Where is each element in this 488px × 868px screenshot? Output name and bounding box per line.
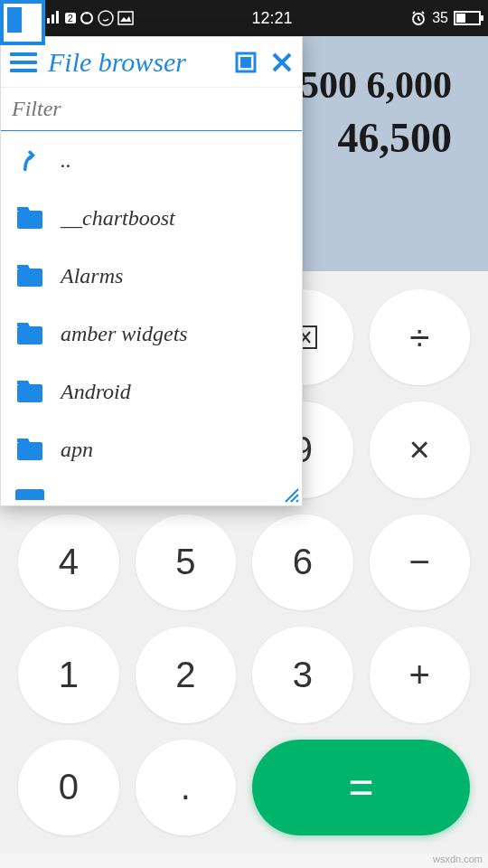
svg-rect-10: [17, 442, 42, 460]
key-equals[interactable]: =: [252, 740, 470, 835]
file-item-folder[interactable]: apn: [1, 420, 302, 478]
up-arrow-icon: [15, 147, 44, 173]
status-time: 12:21: [134, 9, 410, 28]
file-list: .. __chartboost Alarms amber widgets And…: [1, 131, 302, 478]
signal-icon-2: [45, 11, 61, 25]
sync-icon: [80, 11, 94, 25]
folder-icon: [15, 321, 44, 346]
app-overlay-icon: [0, 0, 45, 45]
file-browser-title: File browser: [48, 47, 235, 78]
key-6[interactable]: 6: [252, 514, 353, 610]
file-item-up[interactable]: ..: [1, 131, 302, 189]
folder-icon: [15, 263, 44, 288]
whatsapp-icon: [98, 10, 114, 26]
key-4[interactable]: 4: [18, 514, 119, 610]
file-item-label: apn: [61, 438, 93, 462]
key-5[interactable]: 5: [136, 514, 237, 610]
svg-point-1: [99, 11, 113, 25]
status-bar: H+ 2 12:21 35: [0, 0, 488, 36]
file-item-folder[interactable]: Alarms: [1, 247, 302, 305]
file-item-label: amber widgets: [61, 322, 188, 346]
svg-rect-9: [17, 384, 42, 402]
file-browser-header: File browser: [1, 37, 302, 88]
key-dot[interactable]: .: [136, 740, 237, 835]
folder-icon-partial: [15, 489, 44, 500]
folder-icon: [15, 437, 44, 462]
file-browser-popup: File browser .. __chartboost Alarms ambe…: [0, 36, 303, 506]
key-3[interactable]: 3: [252, 627, 353, 722]
file-item-folder[interactable]: Android: [1, 363, 302, 420]
key-divide[interactable]: ÷: [370, 289, 471, 385]
key-1[interactable]: 1: [18, 627, 119, 722]
key-plus[interactable]: +: [370, 627, 471, 722]
folder-icon: [15, 205, 44, 231]
alarm-icon: [410, 10, 427, 26]
svg-rect-2: [118, 12, 133, 24]
svg-rect-5: [240, 57, 251, 68]
key-2[interactable]: 2: [136, 627, 237, 722]
battery-icon: [454, 11, 481, 25]
key-0[interactable]: 0: [18, 740, 119, 835]
maximize-icon[interactable]: [235, 52, 257, 73]
file-item-label: ..: [61, 148, 71, 173]
calc-result: 46,500: [338, 114, 453, 162]
image-icon: [117, 11, 134, 25]
close-icon[interactable]: [271, 52, 293, 73]
svg-rect-8: [17, 326, 42, 344]
key-multiply[interactable]: ×: [370, 401, 471, 497]
resize-handle-icon[interactable]: [282, 486, 300, 504]
file-item-label: Android: [61, 380, 131, 404]
key-minus[interactable]: −: [370, 514, 471, 610]
watermark: wsxdn.com: [433, 854, 483, 864]
file-item-folder[interactable]: amber widgets: [1, 305, 302, 363]
file-item-label: __chartboost: [61, 206, 175, 231]
folder-icon: [15, 379, 44, 404]
sim-badge: 2: [65, 13, 76, 24]
calc-expression: 500 6,000: [300, 63, 452, 107]
svg-rect-7: [17, 269, 42, 287]
file-item-label: Alarms: [61, 264, 123, 288]
menu-icon[interactable]: [10, 49, 37, 76]
battery-level: 35: [432, 10, 448, 26]
filter-input[interactable]: [1, 88, 302, 131]
svg-rect-6: [17, 211, 42, 229]
file-item-folder[interactable]: __chartboost: [1, 189, 302, 247]
